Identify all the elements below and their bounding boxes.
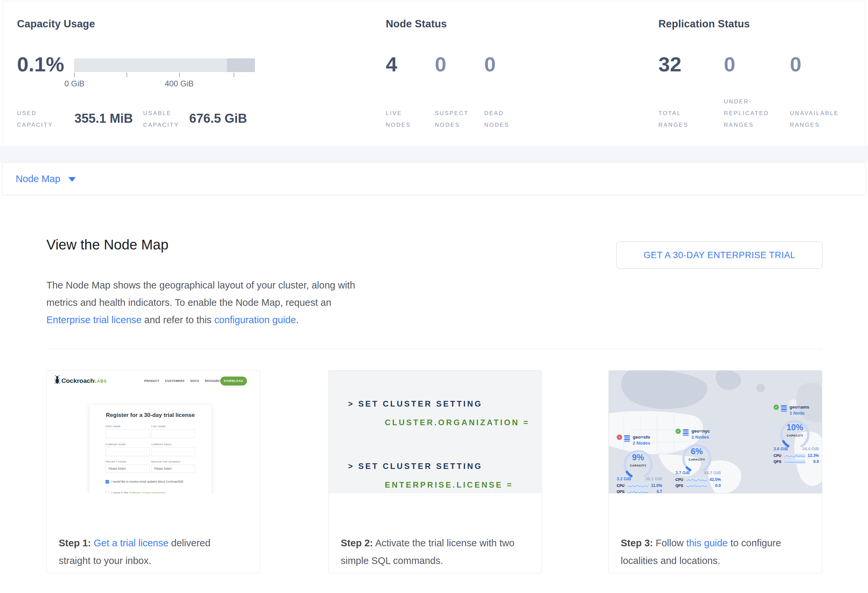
nav-item-docs: DOCS [190,379,199,383]
chevron-down-icon [68,177,76,182]
locality-node-count: 2 Nodes [633,441,650,446]
cpu-label: CPU [617,484,626,488]
email-updates-text: I would like to receive email updates ab… [111,480,184,484]
capacity-bar-reserved-segment [227,58,255,72]
unavailable-ranges-count: 0 [790,54,801,75]
total-ranges-count: 32 [658,54,682,75]
qps-value: 0.0 [709,483,721,488]
under-replicated-ranges-label: UNDER- REPLICATED RANGES [724,96,769,131]
sql-line: > SET CLUSTER SETTING [348,399,542,409]
step-3-card: 1 geo=sfo 2 Nodes 9% CAPACITY 3.2 GiB 35 [608,370,822,573]
divider [46,349,822,349]
cpu-label: CPU [774,453,783,458]
database-icon [781,405,787,412]
capacity-label: CAPACITY [779,434,811,437]
node-map-description: The Node Map shows the geographical layo… [46,277,364,328]
qps-row: QPS 0.0 [774,459,819,464]
node-map-selector-label[interactable]: Node Map [16,174,61,184]
form-title: Register for a 30-day trial license [89,412,211,419]
capacity-percent: 9% [622,453,654,462]
labs-logo-text: LABS [94,379,107,384]
step-2-prefix: Step 2: [341,538,373,548]
live-nodes-count: 4 [386,54,397,75]
configuration-guide-link[interactable]: configuration guide [214,315,296,325]
cpu-label: CPU [675,478,685,482]
email-updates-checkbox: ✓ [105,480,109,484]
company-name-field [105,447,149,456]
caption-text: Follow [653,538,686,548]
sql-commands-figure: > SET CLUSTER SETTING CLUSTER.ORGANIZATI… [329,371,542,493]
cpu-value: 42.5% [709,477,721,482]
axis-tick-label-zero: 0 GiB [64,79,84,88]
page-title: View the Node Map [46,237,168,253]
cluster-summary-panel: Capacity Usage 0.1% 0 GiB 400 GiB USED C… [3,1,865,146]
capacity-used-percent: 0.1% [17,54,64,75]
capacity-gauge: 10% CAPACITY [779,419,811,450]
company-email-label: COMPANY EMAIL [151,443,172,446]
error-badge-icon: 1 [617,434,622,440]
qps-sparkline [628,490,648,494]
capacity-gauge: 6% CAPACITY [681,443,713,475]
capacity-percent: 10% [779,422,811,432]
capacity-usage-title: Capacity Usage [17,18,95,30]
capacity-total: 65.7 GiB [704,471,721,475]
agree-text: I agree to the [111,491,129,493]
total-ranges-label: TOTAL RANGES [658,107,688,131]
qps-label: QPS [675,484,685,488]
suspect-nodes-label: SUSPECT NODES [435,107,468,131]
capacity-range: 3.2 GiB 35.1 GiB [617,477,662,481]
qps-value: 0.0 [807,459,819,464]
project-phase-label: PROJECT PHASE [105,461,127,463]
used-capacity-value: 355.1 MiB [74,111,133,126]
step-1-caption: Step 1: Get a trial license delivered st… [59,534,236,569]
qps-label: QPS [774,460,783,464]
sql-prompt: > [348,399,354,408]
cpu-sparkline [686,478,707,482]
cpu-sparkline [785,453,805,458]
qps-label: QPS [617,490,626,494]
sql-line: > SET CLUSTER SETTING [348,462,542,471]
this-guide-link[interactable]: this guide [686,538,728,548]
get-enterprise-trial-button[interactable]: GET A 30-DAY ENTERPRISE TRIAL [616,241,822,269]
trial-registration-form: Register for a 30-day trial license FIRS… [89,405,211,493]
used-capacity-label: USED CAPACITY [17,107,53,131]
cpu-row: CPU 12.3% [774,453,819,458]
locality-node-count: 1 Node [790,411,805,416]
axis-tick [127,73,127,77]
step-3-prefix: Step 3: [621,538,653,548]
get-trial-license-link[interactable]: Get a trial license [94,538,168,548]
locality-name: geo=sfo [633,434,650,440]
reason-label: REASON FOR INTEREST [151,461,181,463]
locality-name: geo=nyc [691,428,710,434]
node-status-title: Node Status [386,18,447,30]
database-icon [683,429,689,436]
axis-tick [233,73,234,77]
nav-item-product: PRODUCT [144,379,159,383]
cockroach-logo-icon [55,375,60,384]
company-name-label: COMPANY NAME [105,443,126,446]
node-map-view-selector[interactable]: Node Map [2,162,866,195]
capacity-range: 3.7 GiB 65.7 GiB [675,471,721,475]
license-agree-text: I agree to the Software License Agreemen… [111,491,166,493]
replication-status-title: Replication Status [658,18,750,30]
section-separator [0,146,868,162]
usable-capacity-value: 676.5 GiB [189,111,247,126]
cpu-value: 11.0% [650,483,662,488]
sql-prompt: > [348,462,354,471]
cockroach-logo-text: Cockroach [61,377,94,384]
healthy-badge-icon: ✓ [675,428,681,434]
description-text: . [296,315,299,325]
capacity-used: 3.6 GiB [774,447,788,451]
download-button: DOWNLOAD [220,377,247,386]
node-map-preview: 1 geo=sfo 2 Nodes 9% CAPACITY 3.2 GiB 35 [609,371,822,494]
nav-item-customers: CUSTOMERS [165,379,185,383]
qps-row: QPS 4.7 [617,489,662,494]
caption-text [91,538,94,548]
cpu-sparkline [628,484,648,488]
sql-argument: CLUSTER.ORGANIZATION = [385,418,542,427]
locality-name: geo=ams [790,405,809,409]
last-name-field [151,429,195,438]
enterprise-trial-license-link[interactable]: Enterprise trial license [46,315,142,325]
reason-select: Please Select [151,465,195,473]
cpu-row: CPU 42.5% [675,477,721,482]
